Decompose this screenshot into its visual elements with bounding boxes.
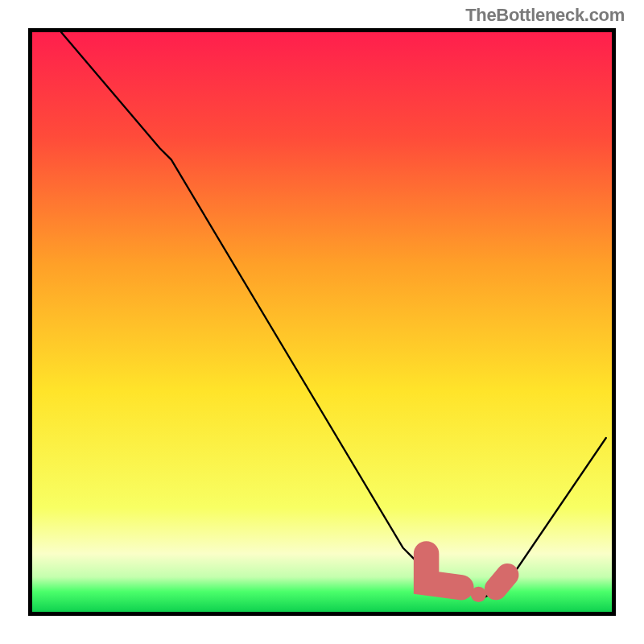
chart-plot — [32, 32, 612, 612]
marker-dot — [471, 587, 486, 602]
chart-background — [32, 32, 612, 612]
chart-frame — [28, 28, 616, 616]
chart-container: TheBottleneck.com — [0, 0, 644, 644]
marker-short-segment — [496, 575, 507, 588]
watermark-text: TheBottleneck.com — [465, 5, 625, 26]
